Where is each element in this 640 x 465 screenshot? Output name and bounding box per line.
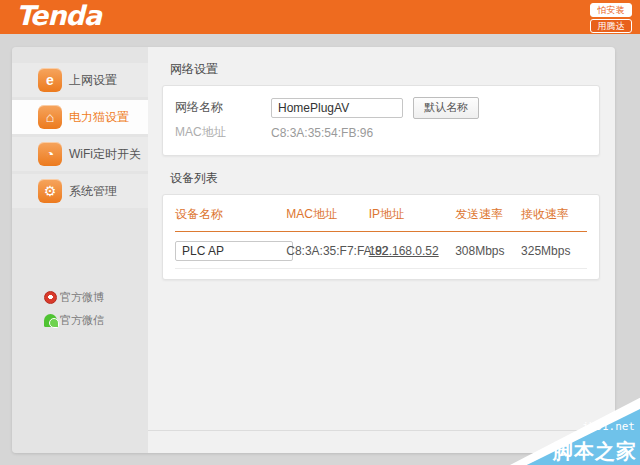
wechat-icon bbox=[44, 314, 57, 327]
sidebar-item-label: 系统管理 bbox=[69, 183, 117, 200]
sidebar: e 上网设置 ⌂ 电力猫设置 ◔ WiFi定时开关 ⚙ 系统管理 官方微博 bbox=[12, 47, 148, 453]
column-device-name: 设备名称 bbox=[175, 199, 286, 232]
sidebar-menu: e 上网设置 ⌂ 电力猫设置 ◔ WiFi定时开关 ⚙ 系统管理 bbox=[12, 63, 148, 208]
device-table: 设备名称 MAC地址 IP地址 发送速率 接收速率 C8:3A:35: bbox=[175, 199, 587, 269]
column-ip-address: IP地址 bbox=[369, 199, 456, 232]
timer-icon: ◔ bbox=[38, 142, 62, 166]
network-name-input[interactable] bbox=[271, 98, 403, 118]
gear-icon: ⚙ bbox=[38, 179, 62, 203]
device-table-header-row: 设备名称 MAC地址 IP地址 发送速率 接收速率 bbox=[175, 199, 587, 232]
device-name-cell bbox=[175, 232, 286, 269]
weibo-label: 官方微博 bbox=[60, 290, 104, 305]
mac-address-row: MAC地址 C8:3A:35:54:FB:96 bbox=[175, 120, 587, 145]
device-name-input[interactable] bbox=[175, 241, 293, 261]
device-ip-link[interactable]: 192.168.0.52 bbox=[369, 244, 439, 258]
sidebar-item-wifi-timer[interactable]: ◔ WiFi定时开关 bbox=[12, 137, 148, 171]
browser-icon: e bbox=[38, 68, 62, 92]
site-watermark: jb51.net 脚本之家 bbox=[510, 395, 640, 465]
app-header: Tenda 怕安装 用腾达 bbox=[0, 0, 640, 34]
column-tx-rate: 发送速率 bbox=[455, 199, 521, 232]
watermark-site-name: 脚本之家 bbox=[553, 438, 637, 465]
slogan-line-1: 怕安装 bbox=[590, 3, 632, 17]
main-panel: 网络设置 网络名称 默认名称 MAC地址 C8:3A:35:54:FB:96 设… bbox=[148, 47, 615, 453]
default-name-button[interactable]: 默认名称 bbox=[413, 97, 479, 119]
wechat-label: 官方微信 bbox=[60, 313, 104, 328]
network-settings-title: 网络设置 bbox=[170, 61, 600, 78]
content-wrapper: e 上网设置 ⌂ 电力猫设置 ◔ WiFi定时开关 ⚙ 系统管理 官方微博 bbox=[12, 47, 615, 453]
mac-address-value: C8:3A:35:54:FB:96 bbox=[271, 126, 373, 140]
device-list-card: 设备名称 MAC地址 IP地址 发送速率 接收速率 C8:3A:35: bbox=[162, 194, 600, 280]
watermark-site-url: jb51.net bbox=[582, 420, 635, 433]
sidebar-item-label: 电力猫设置 bbox=[69, 109, 129, 126]
device-mac-cell: C8:3A:35:F7:FA:82 bbox=[286, 232, 368, 269]
slogan-line-2: 用腾达 bbox=[590, 19, 632, 33]
device-tx-rate-cell: 308Mbps bbox=[455, 232, 521, 269]
sidebar-item-label: 上网设置 bbox=[69, 72, 117, 89]
sidebar-item-internet-settings[interactable]: e 上网设置 bbox=[12, 63, 148, 97]
sidebar-item-powerline-settings[interactable]: ⌂ 电力猫设置 bbox=[12, 100, 148, 134]
network-name-row: 网络名称 默认名称 bbox=[175, 95, 587, 120]
mac-address-label: MAC地址 bbox=[175, 124, 271, 141]
network-name-label: 网络名称 bbox=[175, 99, 271, 116]
device-list-title: 设备列表 bbox=[170, 170, 600, 187]
slogan-badge: 怕安装 用腾达 bbox=[590, 3, 632, 33]
powerline-home-icon: ⌂ bbox=[38, 105, 62, 129]
weibo-icon bbox=[44, 291, 57, 304]
network-settings-card: 网络名称 默认名称 MAC地址 C8:3A:35:54:FB:96 bbox=[162, 85, 600, 156]
sidebar-item-system-management[interactable]: ⚙ 系统管理 bbox=[12, 174, 148, 208]
column-rx-rate: 接收速率 bbox=[521, 199, 587, 232]
tenda-logo: Tenda bbox=[16, 0, 101, 31]
official-weibo-link[interactable]: 官方微博 bbox=[44, 290, 104, 305]
device-rx-rate-cell: 325Mbps bbox=[521, 232, 587, 269]
device-ip-cell: 192.168.0.52 bbox=[369, 232, 456, 269]
official-wechat-link[interactable]: 官方微信 bbox=[44, 313, 104, 328]
column-mac-address: MAC地址 bbox=[286, 199, 368, 232]
social-links: 官方微博 官方微信 bbox=[44, 290, 104, 336]
sidebar-item-label: WiFi定时开关 bbox=[69, 146, 141, 163]
table-row: C8:3A:35:F7:FA:82 192.168.0.52 308Mbps 3… bbox=[175, 232, 587, 269]
